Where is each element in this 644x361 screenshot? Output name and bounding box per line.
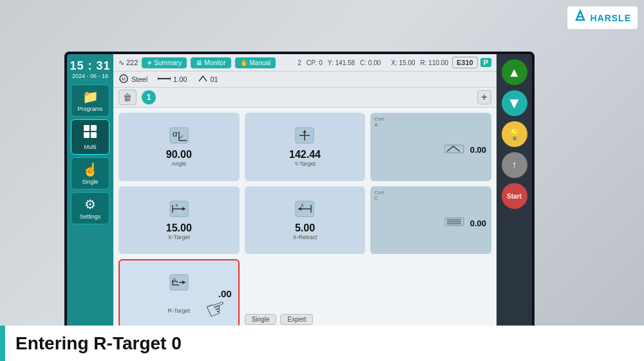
- svg-text:R: R: [173, 277, 176, 281]
- settings-icon: ⚙: [84, 197, 96, 212]
- top-bar-right: 2 CP: 0 Y: 141.58 C: 0.00 X: 15.00 R: 11…: [298, 59, 448, 66]
- monitor-button[interactable]: 🖥 Monitor: [191, 57, 231, 68]
- caption-accent: [0, 326, 5, 361]
- r-target-icon: R: [169, 273, 189, 295]
- corr-c-label: Corr.C: [374, 190, 385, 201]
- bends-value: 01: [211, 75, 218, 83]
- x-target-label: X-Target: [168, 234, 190, 240]
- top-bar-left: ∿ 222 ✈ Summary 🖥 Monitor ✋ Manual: [118, 57, 294, 68]
- summary-button[interactable]: ✈ Summary: [142, 57, 187, 68]
- material-info: M Steel: [118, 73, 147, 85]
- mode-badge: P: [480, 58, 491, 67]
- top-bar: ∿ 222 ✈ Summary 🖥 Monitor ✋ Manual: [113, 54, 497, 72]
- multi-icon: [82, 124, 98, 142]
- x-target-cell[interactable]: X 15.00 X-Target: [118, 186, 240, 255]
- manual-icon: ✋: [240, 59, 248, 66]
- angle-icon: α: [169, 126, 189, 148]
- add-button[interactable]: +: [477, 90, 491, 104]
- sidebar-label-settings: Settings: [80, 213, 101, 220]
- up2-icon: ↑: [512, 159, 517, 171]
- start-button[interactable]: Start: [502, 183, 527, 209]
- up-green-icon: ▲: [508, 65, 521, 80]
- r-target-cell[interactable]: R 0.00 .00 R-Target: [118, 259, 240, 327]
- sidebar-label-multi: Multi: [84, 144, 96, 150]
- step-number: 2: [298, 59, 301, 66]
- caption-text: Entering R-Target 0: [5, 333, 182, 354]
- sidebar-label-programs: Programs: [77, 106, 102, 112]
- angle-wave-icon: ∿: [118, 59, 124, 67]
- thickness-value: 1.00: [173, 75, 187, 83]
- caption-bar: Entering R-Target 0: [0, 326, 644, 361]
- thickness-icon: [158, 75, 171, 83]
- y-target-label: Y-Target: [294, 161, 316, 167]
- down-teal-icon: ▼: [507, 94, 522, 112]
- angle-display: ∿ 222: [118, 59, 138, 67]
- svg-rect-5: [91, 132, 97, 138]
- material-icon: M: [118, 73, 129, 85]
- corr-c-cell[interactable]: Corr.C 0.00: [370, 186, 491, 255]
- svg-rect-3: [91, 125, 97, 131]
- svg-text:M: M: [122, 77, 126, 81]
- sidebar-item-multi[interactable]: Multi: [71, 119, 109, 155]
- x-target-icon: X: [169, 200, 189, 221]
- y-coordinate: Y: 141.58: [328, 59, 355, 66]
- model-badge-container: E310 P: [452, 57, 491, 68]
- harsle-logo: HARSLE: [567, 6, 638, 29]
- svg-text:α: α: [173, 129, 178, 139]
- up-green-button[interactable]: ▲: [502, 59, 527, 85]
- time-display: 15 : 31 2024 - 06 - 18: [70, 59, 110, 79]
- y-target-cell[interactable]: 142.44 Y-Target: [245, 113, 366, 181]
- sidebar-item-programs[interactable]: 📁 Programs: [71, 84, 109, 117]
- toolbar-row: 🗑 1 +: [113, 88, 497, 108]
- angle-cell[interactable]: α 90.00 Angle: [118, 113, 240, 181]
- summary-icon: ✈: [147, 59, 152, 66]
- light-icon: 💡: [508, 128, 521, 141]
- material-value: Steel: [131, 75, 147, 83]
- harsle-logo-icon: [574, 10, 587, 26]
- angle-label: Angle: [171, 161, 186, 167]
- model-badge: E310: [452, 57, 478, 68]
- bottom-tab-container: Single Expert: [245, 259, 491, 327]
- delete-button[interactable]: 🗑: [118, 90, 137, 105]
- bends-info: 01: [198, 73, 218, 85]
- corr-a-icon: [444, 142, 468, 158]
- date: 2024 - 06 - 18: [70, 73, 110, 79]
- svg-text:X: X: [175, 203, 178, 208]
- corr-a-value: 0.00: [470, 145, 486, 155]
- time: 15 : 31: [70, 59, 110, 73]
- sidebar-item-settings[interactable]: ⚙ Settings: [71, 192, 109, 224]
- bends-icon: [198, 73, 208, 85]
- up2-button[interactable]: ↑: [502, 152, 527, 178]
- angle-value: 222: [126, 59, 138, 66]
- y-target-icon: [294, 126, 315, 148]
- single-icon: ☝: [82, 162, 99, 177]
- monitor-icon: 🖥: [196, 59, 202, 66]
- x-retract-cell[interactable]: X 5.00 X-Retract: [245, 186, 366, 255]
- svg-rect-4: [84, 132, 90, 138]
- x-retract-value: 5.00: [295, 222, 315, 234]
- x-retract-label: X-Retract: [292, 234, 317, 240]
- r-coordinate: R: 110.00: [421, 59, 448, 66]
- sidebar-label-single: Single: [82, 179, 98, 185]
- svg-marker-0: [576, 11, 584, 20]
- manual-button[interactable]: ✋ Manual: [235, 57, 276, 68]
- screen-bezel: 15 : 31 2024 - 06 - 18 📁 Programs Multi: [64, 52, 535, 335]
- r-target-label: R-Target: [168, 307, 191, 314]
- single-tab[interactable]: Single: [245, 314, 277, 325]
- angle-value: 90.00: [166, 149, 192, 161]
- corr-a-cell[interactable]: Corr.A 0.00: [370, 113, 491, 181]
- step-badge: 1: [142, 90, 156, 104]
- x-coordinate: X: 15.00: [391, 59, 415, 66]
- param-grid: α 90.00 Angle: [113, 108, 497, 333]
- x-retract-icon: X: [294, 200, 315, 221]
- sidebar: 15 : 31 2024 - 06 - 18 📁 Programs Multi: [67, 54, 113, 333]
- y-target-value: 142.44: [289, 149, 321, 161]
- expert-tab[interactable]: Expert: [280, 314, 313, 325]
- svg-rect-2: [84, 125, 90, 131]
- cp-value: CP: 0: [307, 59, 323, 66]
- right-panel: ▲ ▼ 💡 ↑ Start: [497, 54, 532, 333]
- down-teal-button[interactable]: ▼: [502, 90, 527, 116]
- sidebar-item-single[interactable]: ☝ Single: [71, 157, 109, 190]
- info-bar: M Steel 1.00 01: [113, 72, 497, 88]
- light-button[interactable]: 💡: [502, 121, 527, 147]
